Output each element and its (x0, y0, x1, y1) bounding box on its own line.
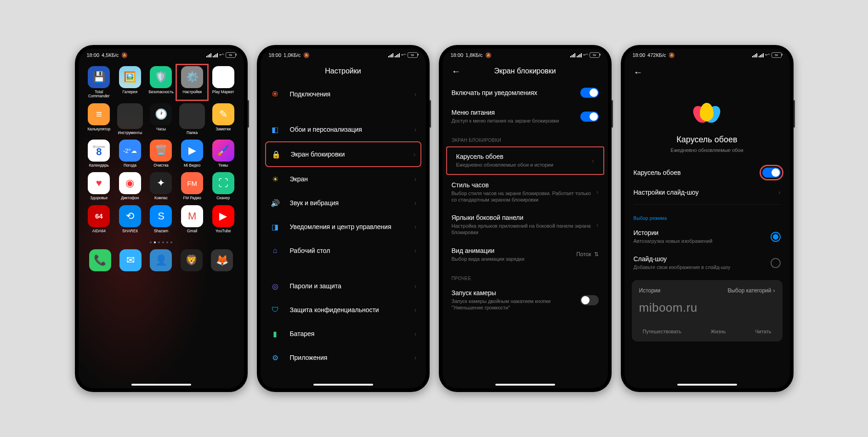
brush-icon: ◧ (270, 124, 281, 135)
battery-icon: 59 (226, 52, 236, 58)
app-total-commander[interactable]: 💾Total Commander (85, 66, 113, 99)
time: 18:00 (87, 52, 100, 58)
app-mi-video[interactable]: ▶Mi Видео (178, 140, 206, 168)
dock-phone[interactable]: 📞 (89, 249, 111, 271)
row-display[interactable]: ☀Экран› (265, 167, 421, 191)
row-animation[interactable]: Вид анимацииВыбор вида анимации зарядкиП… (443, 241, 608, 268)
app-youtube[interactable]: ▶YouTube (209, 205, 238, 233)
page-header: ← (624, 62, 790, 84)
toggle-on[interactable] (762, 168, 781, 178)
dock-firefox[interactable]: 🦊 (211, 249, 233, 271)
row-privacy[interactable]: 🛡Защита конфиденциальности› (265, 298, 421, 322)
row-shortcuts[interactable]: Ярлыки боковой панелиНастройка ярлыков п… (443, 208, 608, 241)
page-header: ←Экран блокировки (443, 62, 608, 82)
app-aida64[interactable]: 64AIDA64 (85, 205, 113, 233)
radio-off[interactable] (771, 258, 781, 268)
app-gallery[interactable]: 🖼️Галерея (116, 66, 144, 99)
nav-bar[interactable] (131, 384, 191, 386)
flower-icon (692, 98, 722, 128)
folder-tools[interactable]: Инструменты (116, 103, 144, 135)
section-header: Выбор режима (624, 207, 790, 224)
row-desktop[interactable]: ⌂Рабочий стол› (265, 239, 421, 263)
app-notes[interactable]: ✎Заметки (209, 103, 238, 135)
chevron-right-icon: › (773, 287, 775, 294)
app-compass[interactable]: ✦Компас (147, 172, 176, 200)
carousel-settings: 18:00472КБ/с🔕 ⬿59 ← Карусель обоев Ежедн… (624, 49, 790, 388)
app-cleaner[interactable]: 🗑️Очистка (147, 140, 176, 168)
app-play-store[interactable]: ▶Play Маркет (209, 66, 238, 99)
app-calculator[interactable]: ≡Калькулятор (85, 103, 113, 135)
row-connections[interactable]: ֍Подключения› (265, 82, 421, 106)
app-themes[interactable]: 🖌️Темы (209, 140, 238, 168)
app-security[interactable]: 🛡️Безопасность (147, 66, 176, 99)
apps-icon: ⚙ (270, 352, 281, 363)
statusbar: 18:001,0КБ/с🔕 ⬿59 (261, 49, 426, 62)
bell-icon: ◨ (270, 221, 281, 232)
dock-contacts[interactable]: 👤 (150, 249, 172, 271)
chevron-right-icon: › (414, 90, 417, 98)
phone-1: 18:004,5КБ/с🔕 ⬿59 💾Total Commander 🖼️Гал… (75, 45, 248, 392)
knot-icon: ֍ (270, 89, 281, 100)
row-notifications[interactable]: ◨Уведомления и центр управления› (265, 215, 421, 239)
row-apps[interactable]: ⚙Приложения› (265, 346, 421, 370)
row-carousel-toggle[interactable]: Карусель обоев (624, 162, 790, 183)
toggle-off[interactable] (580, 295, 599, 305)
back-button[interactable]: ← (634, 67, 643, 78)
stories-card[interactable]: ИсторииВыбор категорий› miboom.ru Путеше… (632, 280, 783, 342)
app-grid: 💾Total Commander 🖼️Галерея 🛡️Безопасност… (79, 62, 244, 238)
row-wallpaper[interactable]: ◧Обои и персонализация› (265, 118, 421, 141)
category-button[interactable]: Выбор категорий› (727, 287, 775, 294)
row-mode-stories[interactable]: ИсторииАвтозагрузка новых изображений (624, 224, 790, 250)
nav-bar[interactable] (495, 384, 555, 386)
app-weather[interactable]: -2°☁Погода (116, 140, 144, 168)
category-tabs: Путешествовать Жизнь Читать (639, 329, 775, 334)
section-header: ЭКРАН БЛОКИРОВКИ (443, 129, 608, 146)
page-title: Настройки (261, 62, 426, 82)
app-health[interactable]: ♥Здоровье (85, 172, 113, 200)
settings-list[interactable]: ֍Подключения› ◧Обои и персонализация› 🔒Э… (261, 82, 426, 370)
finger-icon: ◎ (270, 280, 281, 291)
nav-bar[interactable] (677, 384, 737, 386)
app-recorder[interactable]: ◉Диктофон (116, 172, 144, 200)
settings-screen: 18:001,0КБ/с🔕 ⬿59 Настройки ֍Подключения… (261, 49, 426, 388)
tab-travel[interactable]: Путешествовать (643, 329, 681, 334)
app-fm-radio[interactable]: FMFM Радио (178, 172, 206, 200)
dock-browser-1[interactable]: 🦁 (181, 249, 203, 271)
app-scanner[interactable]: ⛶Сканер (209, 172, 238, 200)
select-value[interactable]: Поток⇅ (576, 251, 598, 258)
app-shazam[interactable]: SShazam (147, 205, 176, 233)
page-title: Экран блокировки (494, 67, 556, 75)
toggle-on[interactable] (580, 88, 599, 98)
row-battery[interactable]: ▮Батарея› (265, 322, 421, 346)
row-lockscreen[interactable]: 🔒Экран блокировки› (265, 141, 421, 167)
row-power-menu[interactable]: Меню питанияДоступ к меню питания на экр… (443, 103, 608, 129)
tab-life[interactable]: Жизнь (710, 329, 726, 334)
nav-bar[interactable] (313, 384, 373, 386)
row-sound[interactable]: 🔊Звук и вибрация› (265, 191, 421, 215)
row-wake-notifications[interactable]: Включать при уведомлениях (443, 82, 608, 103)
radio-on[interactable] (771, 232, 781, 242)
folder-generic[interactable]: Папка (178, 103, 206, 135)
tab-read[interactable]: Читать (755, 329, 771, 334)
net-speed: 4,5КБ/с (102, 52, 119, 58)
back-button[interactable]: ← (452, 66, 461, 77)
row-camera-launch[interactable]: Запуск камерыЗапуск камеры двойным нажат… (443, 284, 608, 317)
row-passwords[interactable]: ◎Пароли и защита› (265, 274, 421, 298)
app-gmail[interactable]: MGmail (178, 205, 206, 233)
row-mode-slideshow[interactable]: Слайд-шоуДобавьте свои изображения в сла… (624, 250, 790, 276)
statusbar: 18:001,8КБ/с🔕 ⬿59 (443, 49, 608, 62)
app-shareit[interactable]: ⟲SHAREit (116, 205, 144, 233)
chevron-right-icon: › (778, 189, 781, 196)
toggle-on[interactable] (580, 112, 599, 122)
row-clock-style[interactable]: Стиль часовВыбор стиля часов на экране б… (443, 176, 608, 209)
app-settings[interactable]: ⚙️Настройки (178, 66, 206, 99)
hero-subtitle: Ежедневно обновляемые обои (670, 147, 743, 153)
row-carousel[interactable]: Карусель обоевЕжедневно обновляемые обои… (446, 146, 604, 174)
app-clock[interactable]: 🕐Часы (147, 103, 176, 135)
phone-3: 18:001,8КБ/с🔕 ⬿59 ←Экран блокировки Вклю… (439, 45, 612, 392)
home-icon: ⌂ (270, 245, 281, 256)
dock-messages[interactable]: ✉ (119, 249, 142, 271)
app-calendar[interactable]: Вторник8Календарь (85, 140, 113, 168)
row-slideshow-settings[interactable]: Настройки слайд-шоу› (624, 183, 790, 202)
dock: 📞 ✉ 👤 🦁 🦊 (79, 247, 244, 274)
